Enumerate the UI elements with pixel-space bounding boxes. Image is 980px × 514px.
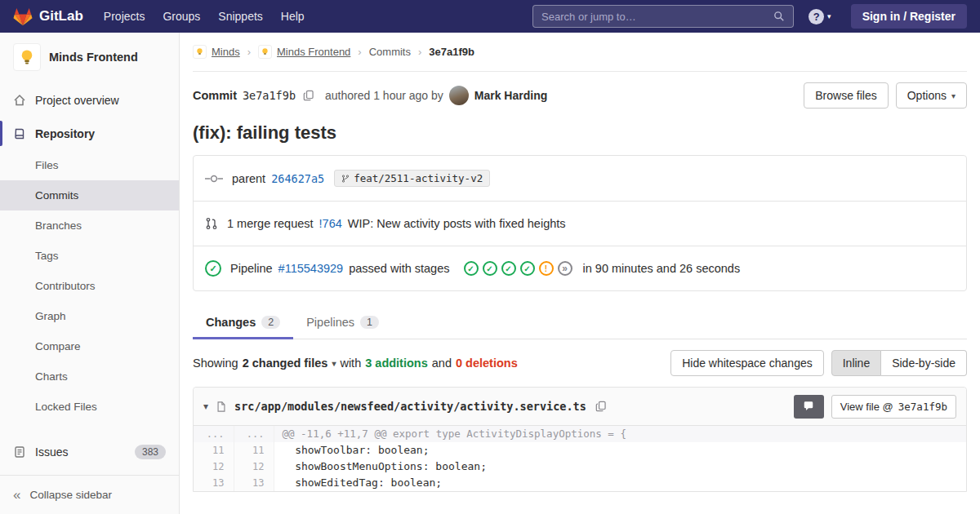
sidebar-item-compare[interactable]: Compare [0, 331, 179, 361]
gitlab-logo[interactable]: GitLab [13, 7, 83, 26]
sidebar-item-tags[interactable]: Tags [0, 241, 179, 271]
sidebar-item-project-overview[interactable]: Project overview [0, 83, 179, 117]
sidebar-item-branches[interactable]: Branches [0, 210, 179, 241]
file-diff: src/app/modules/newsfeed/activity/activi… [193, 387, 967, 492]
and-text: and [432, 357, 452, 370]
pipeline-row: Pipeline #115543929 passed with stages i… [194, 246, 966, 290]
browse-files-button[interactable]: Browse files [804, 82, 888, 109]
search-input[interactable] [541, 11, 767, 23]
diff-line: 13 13 showEditedTag: boolean; [194, 475, 966, 491]
merge-request-link[interactable]: !764 [319, 217, 342, 230]
breadcrumb-item-sha: 3e7a1f9b [429, 46, 474, 58]
view-file-button[interactable]: View file @ 3e7a1f9b [831, 395, 956, 419]
new-line-number[interactable]: 12 [234, 459, 274, 475]
inline-view-button[interactable]: Inline [831, 350, 881, 376]
additions-count: 3 additions [365, 357, 428, 370]
tab-changes[interactable]: Changes 2 [193, 305, 293, 339]
diff-view-controls: Hide whitespace changes Inline Side-by-s… [670, 350, 967, 376]
project-header[interactable]: Minds Frontend [0, 33, 179, 83]
collapse-file-caret-icon[interactable] [203, 401, 208, 412]
authored-text: authored 1 hour ago by [325, 89, 443, 102]
hide-whitespace-button[interactable]: Hide whitespace changes [670, 350, 824, 376]
stage-success-icon[interactable] [501, 261, 516, 276]
sidebar-item-issues[interactable]: Issues 383 [0, 435, 179, 468]
commit-sha: 3e7a1f9b [243, 89, 296, 102]
lightbulb-icon [261, 47, 270, 56]
nav-item-projects[interactable]: Projects [95, 0, 154, 33]
sidebar-item-locked-files[interactable]: Locked Files [0, 392, 179, 422]
project-avatar [13, 43, 41, 71]
sidebar-item-contributors[interactable]: Contributors [0, 271, 179, 301]
sidebar-item-label: Issues [35, 445, 68, 459]
breadcrumb-item-minds-frontend[interactable]: Minds Frontend [258, 45, 350, 59]
search-icon [773, 11, 785, 22]
showing-text: Showing [193, 357, 238, 370]
merge-request-title: WIP: New activity posts with fixed heigh… [348, 217, 566, 230]
stage-success-icon[interactable] [520, 261, 535, 276]
tanuki-icon [13, 7, 33, 26]
author-name[interactable]: Mark Harding [474, 89, 547, 102]
stage-success-icon[interactable] [483, 261, 497, 276]
pipeline-id-link[interactable]: #115543929 [278, 262, 344, 275]
parent-label: parent [232, 172, 265, 185]
collapse-label: Collapse sidebar [29, 489, 112, 501]
breadcrumb-separator [247, 46, 251, 58]
pipelines-count-badge: 1 [360, 316, 379, 329]
stage-success-icon[interactable] [464, 261, 479, 276]
project-sidebar: Minds Frontend Project overview Reposito… [0, 33, 180, 514]
parent-row: parent 264627a5 feat/2511-activity-v2 [194, 156, 966, 201]
old-line-number[interactable]: 11 [194, 442, 234, 459]
branch-name: feat/2511-activity-v2 [354, 172, 483, 184]
stage-manual-icon[interactable] [558, 261, 572, 276]
lightbulb-icon [195, 47, 204, 56]
sidebar-item-repository[interactable]: Repository [0, 117, 179, 150]
issues-count-badge: 383 [135, 445, 166, 459]
copy-sha-button[interactable] [301, 88, 316, 103]
merge-request-icon [205, 217, 218, 230]
sidebar-item-label: Project overview [35, 94, 119, 107]
file-diff-header: src/app/modules/newsfeed/activity/activi… [194, 388, 966, 426]
sidebar-item-files[interactable]: Files [0, 150, 179, 180]
code-line: showEditedTag: boolean; [274, 475, 966, 491]
global-search[interactable] [532, 5, 794, 28]
nav-item-groups[interactable]: Groups [154, 0, 209, 33]
lightbulb-icon [18, 48, 36, 66]
author-avatar[interactable] [449, 86, 469, 105]
sidebar-item-commits[interactable]: Commits [0, 180, 179, 210]
top-navbar: GitLab Projects Groups Snippets Help Sig… [0, 0, 980, 33]
branch-icon [341, 174, 350, 184]
changed-files-dropdown[interactable]: 2 changed files [243, 357, 336, 370]
parent-sha-link[interactable]: 264627a5 [271, 172, 324, 185]
commit-label: Commit [193, 89, 237, 102]
branch-ref[interactable]: feat/2511-activity-v2 [334, 170, 490, 187]
diff-table: ... ... @@ -11,6 +11,7 @@ export type Ac… [194, 426, 966, 491]
nav-item-snippets[interactable]: Snippets [209, 0, 271, 33]
new-line-number[interactable]: 11 [234, 442, 274, 459]
comment-icon [803, 401, 814, 412]
nav-item-help[interactable]: Help [272, 0, 314, 33]
new-line-number[interactable]: 13 [234, 475, 274, 491]
stage-warning-icon[interactable] [539, 261, 554, 276]
side-by-side-view-button[interactable]: Side-by-side [881, 350, 967, 376]
collapse-sidebar-button[interactable]: Collapse sidebar [0, 475, 179, 514]
pipeline-status-icon [205, 260, 221, 277]
sign-in-register-button[interactable]: Sign in / Register [851, 4, 967, 29]
merge-request-row: 1 merge request !764 WIP: New activity p… [194, 201, 966, 246]
file-path[interactable]: src/app/modules/newsfeed/activity/activi… [234, 400, 586, 413]
new-line-number: ... [234, 426, 274, 442]
breadcrumb-item-minds[interactable]: Minds [193, 45, 240, 59]
sidebar-item-graph[interactable]: Graph [0, 301, 179, 331]
options-dropdown-button[interactable]: Options [896, 82, 967, 109]
collapse-icon [13, 488, 20, 502]
pipeline-mini-graph [464, 261, 572, 276]
sidebar-item-charts[interactable]: Charts [0, 361, 179, 392]
commit-header: Commit 3e7a1f9b authored 1 hour ago by M… [193, 82, 967, 109]
tab-pipelines[interactable]: Pipelines 1 [293, 305, 392, 339]
old-line-number[interactable]: 13 [194, 475, 234, 491]
commit-actions: Browse files Options [804, 82, 967, 109]
old-line-number[interactable]: 12 [194, 459, 234, 475]
help-dropdown[interactable] [808, 9, 831, 24]
copy-path-button[interactable] [594, 399, 608, 414]
breadcrumb-item-commits[interactable]: Commits [369, 46, 411, 58]
toggle-comments-button[interactable] [794, 395, 824, 419]
